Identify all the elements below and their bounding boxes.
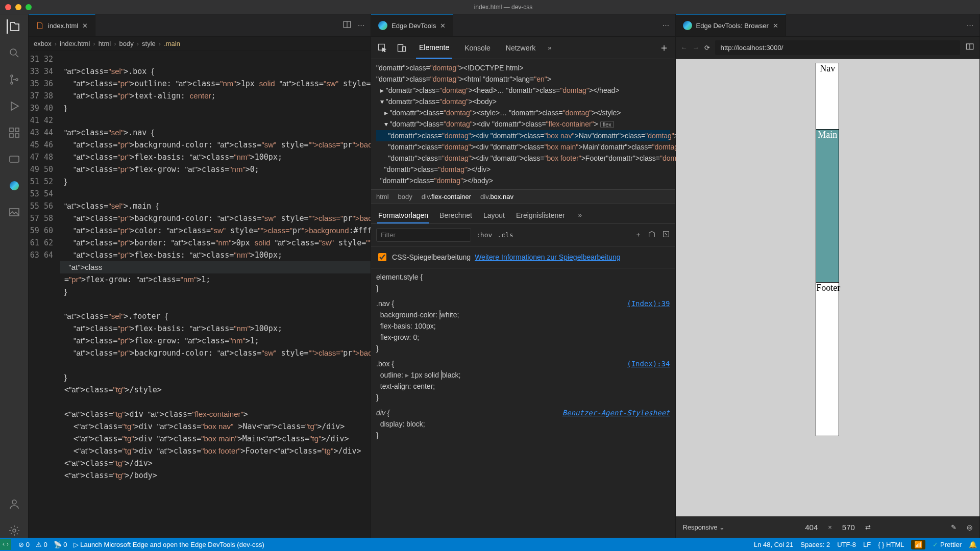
run-debug-icon[interactable] xyxy=(7,99,21,113)
tab-label: index.html xyxy=(48,22,78,30)
inspect-icon[interactable] xyxy=(377,43,387,53)
viewport-height[interactable]: 570 xyxy=(842,523,855,532)
code-area[interactable]: "at">class="sel">.box { "at">class="pr">… xyxy=(60,51,371,538)
status-prettier[interactable]: ✓ Prettier xyxy=(933,541,962,548)
close-icon[interactable]: ✕ xyxy=(773,22,778,30)
account-icon[interactable] xyxy=(7,497,21,511)
explorer-icon[interactable] xyxy=(7,19,21,34)
browser-viewport[interactable]: Nav Main Footer xyxy=(676,59,980,516)
close-window-icon[interactable] xyxy=(5,4,11,10)
status-eol[interactable]: LF xyxy=(863,541,871,548)
hov-toggle[interactable]: :hov xyxy=(476,231,492,239)
image-icon[interactable] xyxy=(7,205,21,219)
styles-tab-layout[interactable]: Layout xyxy=(482,208,506,223)
edge-extension-icon[interactable] xyxy=(7,179,21,193)
editor-group-browser: Edge DevTools: Browser ✕ ⋯ ← → ⟳ Nav Mai… xyxy=(676,14,981,538)
crumb[interactable]: style xyxy=(142,40,156,47)
chevron-down-icon: ⌄ xyxy=(719,523,725,531)
crumb[interactable]: .main xyxy=(164,40,180,47)
chevron-right-icon[interactable]: » xyxy=(575,208,585,223)
reload-icon[interactable]: ⟳ xyxy=(704,44,710,52)
expand-icon[interactable] xyxy=(662,230,670,240)
rotate-icon[interactable]: ⇄ xyxy=(865,523,871,531)
css-mirror-link[interactable]: Weitere Informationen zur Spiegelbearbei… xyxy=(475,253,620,261)
source-control-icon[interactable] xyxy=(7,72,21,87)
edit-icon[interactable]: ✎ xyxy=(951,523,957,531)
styles-filter-input[interactable] xyxy=(376,228,471,242)
more-icon[interactable]: ⋯ xyxy=(663,21,669,29)
status-cursor[interactable]: Ln 48, Col 21 xyxy=(754,541,793,548)
plus-icon[interactable]: ＋ xyxy=(659,41,669,55)
dom-tree[interactable]: "domattr">class="domtag"><!DOCTYPE html>… xyxy=(371,59,675,190)
cls-toggle[interactable]: .cls xyxy=(497,231,513,239)
plus-icon[interactable]: ＋ xyxy=(635,230,642,240)
dom-breadcrumbs[interactable]: html body div.flex-container div.box.nav xyxy=(371,190,675,204)
svg-rect-7 xyxy=(15,134,19,137)
target-icon[interactable]: ◎ xyxy=(967,523,972,531)
url-input[interactable] xyxy=(715,40,961,55)
devtools-toolbar: Elemente Konsole Netzwerk » ＋ xyxy=(371,37,675,59)
devtools-tab-elements[interactable]: Elemente xyxy=(416,37,452,59)
svg-rect-8 xyxy=(10,156,19,162)
editor-group-devtools: Edge DevTools ✕ ⋯ Elemente Konsole Netzw… xyxy=(371,14,675,538)
status-port[interactable]: 📡 0 xyxy=(54,541,67,548)
svg-point-2 xyxy=(11,82,13,84)
status-bell-icon[interactable]: 🔔 xyxy=(969,541,977,548)
split-editor-icon[interactable] xyxy=(342,20,352,31)
back-icon[interactable]: ← xyxy=(681,44,688,52)
devtools-toggle-icon[interactable] xyxy=(965,42,974,53)
status-encoding[interactable]: UTF-8 xyxy=(837,541,856,548)
device-mode[interactable]: Responsive ⌄ xyxy=(683,523,725,531)
tab-label: Edge DevTools: Browser xyxy=(696,22,769,30)
svg-point-11 xyxy=(13,529,16,532)
styles-tab-ereignislistener[interactable]: Ereignislistener xyxy=(515,208,566,223)
status-errors[interactable]: ⊘ 0 xyxy=(18,541,30,548)
chevron-right-icon[interactable]: » xyxy=(548,44,551,52)
minimize-window-icon[interactable] xyxy=(15,4,21,10)
extensions-icon[interactable] xyxy=(7,126,21,140)
svg-rect-4 xyxy=(10,128,13,132)
device-toggle-icon[interactable] xyxy=(397,43,407,53)
status-launch[interactable]: ▷ Launch Microsoft Edge and open the Edg… xyxy=(74,541,264,548)
remote-indicator-icon[interactable] xyxy=(0,539,11,550)
css-mirror-row: CSS-Spiegelbearbeitung Weitere Informati… xyxy=(371,246,675,268)
status-go-live[interactable]: 📶 xyxy=(911,540,925,549)
css-rules-panel[interactable]: element.style {}(Index):39.nav { backgro… xyxy=(371,268,675,538)
maximize-window-icon[interactable] xyxy=(26,4,32,10)
styles-tabs: Formatvorlagen Berechnet Layout Ereignis… xyxy=(371,204,675,224)
status-warnings[interactable]: ⚠ 0 xyxy=(36,541,47,548)
svg-rect-5 xyxy=(15,128,19,132)
tab-edge-browser[interactable]: Edge DevTools: Browser ✕ xyxy=(676,14,786,36)
styles-tab-berechnet[interactable]: Berechnet xyxy=(438,208,473,223)
svg-point-10 xyxy=(12,500,16,504)
crumb[interactable]: index.html xyxy=(60,40,90,47)
tab-edge-devtools[interactable]: Edge DevTools ✕ xyxy=(371,14,453,36)
styles-filter-row: :hov .cls ＋ xyxy=(371,224,675,246)
css-mirror-checkbox[interactable] xyxy=(378,253,386,261)
more-icon[interactable]: ⋯ xyxy=(967,21,973,29)
crumb[interactable]: exbox xyxy=(34,40,52,47)
status-spaces[interactable]: Spaces: 2 xyxy=(800,541,830,548)
forward-icon[interactable]: → xyxy=(693,44,699,52)
status-lang[interactable]: { } HTML xyxy=(878,541,904,548)
preview-main: Main xyxy=(816,130,839,283)
viewport-width[interactable]: 404 xyxy=(805,523,818,532)
search-icon[interactable] xyxy=(7,46,21,60)
close-icon[interactable]: ✕ xyxy=(82,22,88,30)
svg-rect-9 xyxy=(10,209,19,216)
preview-footer: Footer xyxy=(816,283,839,436)
close-icon[interactable]: ✕ xyxy=(440,22,446,30)
remote-icon[interactable] xyxy=(7,152,21,166)
tab-index-html[interactable]: index.html ✕ xyxy=(29,14,95,36)
window-title: index.html — dev-css xyxy=(32,4,975,11)
settings-gear-icon[interactable] xyxy=(7,523,21,538)
crumb[interactable]: html xyxy=(99,40,111,47)
devtools-tab-console[interactable]: Konsole xyxy=(461,38,494,58)
more-icon[interactable]: ⋯ xyxy=(358,21,364,29)
crumb[interactable]: body xyxy=(119,40,134,47)
breadcrumbs[interactable]: exbox› index.html› html› body› style› .m… xyxy=(29,37,371,51)
devtools-tab-network[interactable]: Netzwerk xyxy=(503,38,538,58)
svg-point-1 xyxy=(11,75,13,77)
paint-icon[interactable] xyxy=(648,230,656,240)
styles-tab-formatvorlagen[interactable]: Formatvorlagen xyxy=(377,208,429,223)
